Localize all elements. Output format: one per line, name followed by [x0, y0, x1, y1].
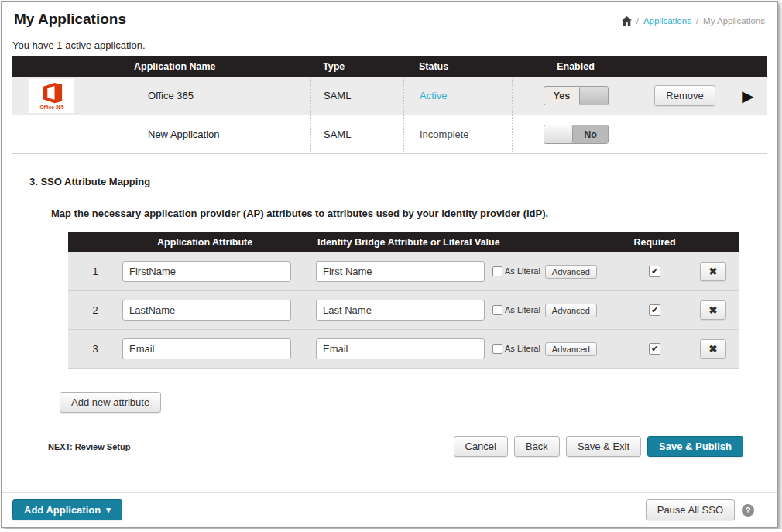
advanced-button[interactable]: Advanced: [545, 304, 597, 317]
footer-bar: Add Application ▾ Pause All SSO ?: [2, 492, 777, 527]
attribute-table-header: Application Attribute Identity Bridge At…: [68, 232, 739, 252]
header-application-attribute: Application Attribute: [122, 237, 316, 248]
add-attribute-row: Add new attribute: [60, 392, 777, 413]
applications-table-header: Application Name Type Status Enabled: [12, 56, 767, 77]
footer-right: Pause All SSO ?: [646, 499, 754, 520]
as-literal-group: As Literal: [492, 344, 540, 354]
attribute-row: 3 As Literal Advanced ✖: [68, 330, 739, 369]
toggle-knob: [579, 87, 608, 105]
application-status: Active: [403, 77, 512, 115]
idp-attribute-cell: As Literal Advanced: [316, 300, 622, 321]
required-checkbox[interactable]: [649, 343, 660, 355]
remove-button[interactable]: Remove: [654, 85, 715, 106]
application-name: New Application: [121, 115, 310, 153]
enabled-cell: No: [512, 115, 640, 153]
application-type: SAML: [310, 115, 403, 153]
application-name: Office 365: [121, 77, 310, 115]
add-new-attribute-button[interactable]: Add new attribute: [60, 392, 161, 413]
idp-attribute-input[interactable]: [316, 338, 485, 359]
expand-cell: [729, 115, 767, 153]
advanced-button[interactable]: Advanced: [545, 342, 597, 356]
cancel-button[interactable]: Cancel: [454, 436, 508, 457]
breadcrumb: / Applications / My Applications: [622, 16, 765, 26]
toggle-label: No: [573, 125, 608, 143]
header-type: Type: [310, 61, 403, 72]
pause-all-sso-button[interactable]: Pause All SSO: [646, 499, 735, 520]
breadcrumb-separator: /: [636, 16, 639, 26]
required-cell: [622, 304, 688, 316]
breadcrumb-link-applications[interactable]: Applications: [643, 16, 691, 26]
idp-attribute-cell: As Literal Advanced: [316, 261, 622, 282]
caret-down-icon: ▾: [106, 505, 111, 515]
expand-row-icon[interactable]: ▶: [742, 88, 753, 104]
app-attribute-input[interactable]: [122, 261, 291, 282]
delete-cell: ✖: [688, 300, 739, 320]
active-applications-note: You have 1 active application.: [12, 39, 767, 51]
delete-cell: ✖: [688, 339, 739, 359]
add-application-label: Add Application: [24, 504, 101, 516]
application-status: Incomplete: [403, 115, 512, 153]
attribute-mapping-table: Application Attribute Identity Bridge At…: [68, 232, 739, 369]
header-enabled: Enabled: [512, 61, 640, 72]
as-literal-label: As Literal: [505, 305, 540, 314]
add-application-button[interactable]: Add Application ▾: [12, 499, 122, 520]
as-literal-label: As Literal: [505, 266, 540, 276]
action-buttons: Cancel Back Save & Exit Save & Publish: [454, 436, 744, 457]
home-icon[interactable]: [622, 16, 632, 26]
required-checkbox[interactable]: [649, 304, 660, 316]
enabled-cell: Yes: [512, 77, 640, 115]
applications-table: Application Name Type Status Enabled Off…: [12, 56, 767, 154]
attribute-row: 2 As Literal Advanced ✖: [68, 291, 739, 330]
required-cell: [622, 343, 688, 355]
help-icon[interactable]: ?: [742, 504, 754, 517]
breadcrumb-current: My Applications: [703, 16, 765, 26]
remove-cell: Remove: [640, 77, 729, 115]
remove-cell: [640, 115, 729, 153]
required-checkbox[interactable]: [649, 266, 660, 277]
app-attribute-cell: [122, 300, 316, 321]
header-required: Required: [622, 237, 688, 248]
idp-attribute-cell: As Literal Advanced: [316, 338, 622, 359]
toggle-knob: [544, 125, 573, 143]
application-type: SAML: [310, 77, 403, 115]
toggle-label: Yes: [544, 87, 579, 105]
save-publish-button[interactable]: Save & Publish: [647, 436, 743, 457]
app-attribute-input[interactable]: [122, 300, 291, 321]
delete-attribute-button[interactable]: ✖: [700, 262, 727, 281]
as-literal-group: As Literal: [492, 305, 540, 315]
app-window: My Applications / Applications / My Appl…: [1, 1, 778, 528]
enabled-toggle[interactable]: Yes: [544, 86, 609, 105]
attribute-row-number: 2: [68, 304, 122, 316]
as-literal-checkbox[interactable]: [492, 344, 502, 354]
attribute-row: 1 As Literal Advanced ✖: [68, 252, 739, 291]
app-attribute-input[interactable]: [122, 338, 291, 359]
app-attribute-cell: [122, 261, 316, 282]
attribute-row-number: 3: [68, 343, 122, 355]
back-button[interactable]: Back: [514, 436, 560, 457]
application-logo-cell: Office 365: [12, 77, 121, 115]
header-idp-attribute: Identity Bridge Attribute or Literal Val…: [316, 237, 622, 248]
enabled-toggle[interactable]: No: [544, 125, 609, 144]
page-title: My Applications: [14, 11, 126, 28]
advanced-button[interactable]: Advanced: [545, 265, 597, 279]
actions-row: NEXT: Review Setup Cancel Back Save & Ex…: [48, 436, 743, 457]
delete-attribute-button[interactable]: ✖: [700, 300, 727, 320]
save-exit-button[interactable]: Save & Exit: [566, 436, 641, 457]
required-cell: [622, 266, 688, 277]
application-logo-cell: [12, 115, 121, 153]
header-application-name: Application Name: [121, 61, 310, 72]
delete-attribute-button[interactable]: ✖: [700, 339, 727, 359]
as-literal-checkbox[interactable]: [492, 266, 502, 276]
expand-cell: ▶: [729, 77, 767, 115]
application-row-office365: Office 365 Office 365 SAML Active Yes Re…: [12, 77, 767, 115]
header-status: Status: [403, 61, 512, 72]
delete-cell: ✖: [688, 262, 739, 281]
idp-attribute-input[interactable]: [316, 261, 485, 282]
page-header: My Applications / Applications / My Appl…: [2, 2, 777, 29]
breadcrumb-separator: /: [696, 16, 698, 26]
sso-section-title: 3. SSO Attribute Mapping: [29, 176, 777, 187]
idp-attribute-input[interactable]: [316, 300, 485, 321]
as-literal-checkbox[interactable]: [492, 305, 502, 315]
sso-section-description: Map the necessary application provider (…: [51, 208, 743, 219]
attribute-row-number: 1: [68, 266, 122, 277]
